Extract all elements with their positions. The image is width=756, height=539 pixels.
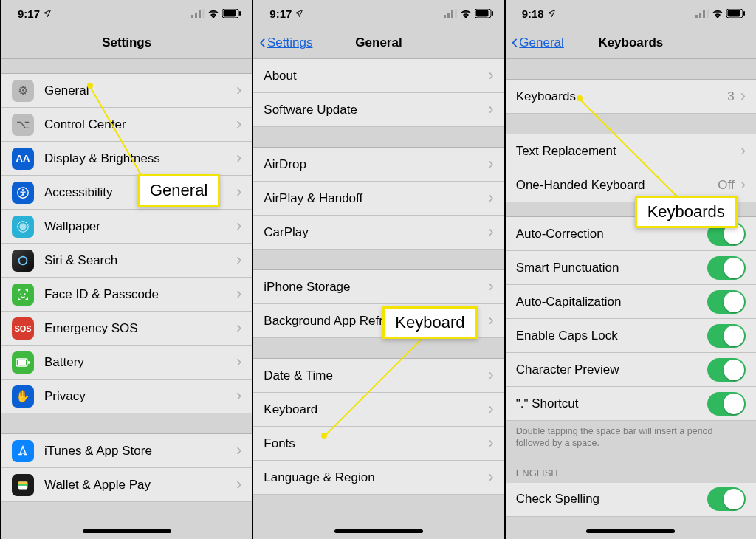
row-fonts[interactable]: Fonts › [253, 427, 504, 461]
svg-rect-16 [28, 361, 30, 364]
faceid-icon [12, 284, 34, 306]
chevron-right-icon: › [236, 441, 241, 460]
svg-rect-29 [703, 10, 705, 18]
svg-rect-1 [195, 13, 197, 18]
svg-rect-23 [455, 9, 457, 18]
svg-rect-2 [199, 10, 201, 18]
status-time: 9:17 [269, 7, 303, 20]
row-general[interactable]: ⚙ General › [1, 74, 252, 108]
row-sos[interactable]: SOS Emergency SOS › [1, 312, 252, 346]
svg-rect-28 [699, 13, 701, 18]
row-about[interactable]: About › [253, 59, 504, 93]
svg-point-11 [19, 256, 27, 264]
chevron-right-icon: › [236, 250, 241, 270]
panel-keyboards: 9:18 ‹ General Keyboards Keyboards 3 › T… [504, 0, 756, 539]
svg-rect-3 [202, 9, 205, 18]
row-keyboards[interactable]: Keyboards 3 › [506, 80, 756, 114]
status-time: 9:18 [522, 7, 556, 20]
row-check-spelling[interactable]: Check Spelling [506, 483, 756, 517]
svg-rect-25 [475, 10, 488, 17]
row-wallet[interactable]: Wallet & Apple Pay › [1, 468, 252, 502]
toggle-char-preview[interactable] [707, 358, 746, 382]
chevron-right-icon: › [488, 100, 493, 119]
chevron-right-icon: › [488, 467, 493, 487]
svg-rect-32 [727, 10, 740, 17]
location-icon [547, 9, 556, 18]
section-english: ENGLISH [506, 457, 756, 483]
row-software-update[interactable]: Software Update › [253, 93, 504, 127]
chevron-right-icon: › [236, 80, 241, 100]
callout-label: Keyboard [382, 306, 477, 339]
row-display[interactable]: AA Display & Brightness › [1, 142, 252, 176]
svg-rect-20 [444, 15, 446, 18]
row-caps-lock[interactable]: Enable Caps Lock [506, 319, 756, 353]
status-bar: 9:17 [253, 0, 504, 27]
toggle-caps-lock[interactable] [707, 324, 746, 348]
row-privacy[interactable]: ✋ Privacy › [1, 380, 252, 413]
appstore-icon [12, 440, 34, 462]
title-bar: Settings [1, 27, 252, 59]
svg-rect-21 [447, 13, 450, 18]
toggle-auto-capitalization[interactable] [707, 290, 746, 314]
row-control-center[interactable]: ⌥ Control Center › [1, 108, 252, 142]
toggle-check-spelling[interactable] [707, 487, 746, 511]
battery-icon [12, 351, 34, 374]
row-datetime[interactable]: Date & Time › [253, 359, 504, 393]
svg-rect-22 [451, 10, 453, 18]
signal-icon [695, 9, 709, 18]
panel-settings: 9:17 Settings ⚙ General › ⌥ Control Cent… [0, 0, 252, 539]
chevron-right-icon: › [488, 154, 493, 174]
row-airdrop[interactable]: AirDrop › [253, 148, 504, 182]
svg-rect-6 [239, 11, 241, 16]
chevron-right-icon: › [488, 66, 493, 85]
chevron-left-icon: ‹ [259, 32, 266, 51]
home-indicator[interactable] [83, 529, 171, 533]
row-keyboard[interactable]: Keyboard › [253, 393, 504, 427]
svg-rect-0 [191, 15, 193, 18]
home-indicator[interactable] [334, 529, 423, 533]
row-period-shortcut[interactable]: "." Shortcut [506, 387, 756, 421]
wallpaper-icon [12, 216, 34, 238]
home-indicator[interactable] [586, 529, 675, 533]
chevron-right-icon: › [488, 365, 493, 385]
siri-icon [12, 250, 34, 272]
row-smart-punctuation[interactable]: Smart Punctuation [506, 251, 756, 285]
chevron-right-icon: › [236, 148, 241, 168]
svg-point-8 [22, 189, 24, 191]
svg-rect-18 [18, 481, 28, 484]
row-wallpaper[interactable]: Wallpaper › [1, 210, 252, 244]
general-list: About › Software Update › AirDrop › AirP… [253, 59, 504, 495]
row-carplay[interactable]: CarPlay › [253, 216, 504, 250]
chevron-right-icon: › [488, 188, 493, 207]
page-title: General [355, 35, 402, 50]
row-storage[interactable]: iPhone Storage › [253, 270, 504, 304]
row-faceid[interactable]: Face ID & Passcode › [1, 278, 252, 312]
chevron-right-icon: › [740, 86, 746, 106]
row-char-preview[interactable]: Character Preview [506, 353, 756, 387]
callout-label: Keyboards [635, 196, 738, 228]
chevron-right-icon: › [236, 318, 241, 337]
wallet-icon [12, 474, 34, 496]
toggle-smart-punctuation[interactable] [707, 256, 746, 280]
chevron-right-icon: › [236, 182, 241, 202]
row-auto-capitalization[interactable]: Auto-Capitalization [506, 285, 756, 319]
row-battery[interactable]: Battery › [1, 346, 252, 380]
svg-point-9 [20, 223, 27, 230]
back-button[interactable]: ‹ General [512, 27, 564, 58]
battery-icon [475, 9, 494, 18]
signal-icon [191, 9, 205, 18]
battery-icon [726, 9, 746, 18]
signal-icon [444, 9, 457, 18]
callout-label: General [137, 174, 220, 207]
row-siri[interactable]: Siri & Search › [1, 244, 252, 278]
row-airplay[interactable]: AirPlay & Handoff › [253, 182, 504, 216]
chevron-right-icon: › [236, 284, 241, 303]
row-language[interactable]: Language & Region › [253, 461, 504, 495]
toggle-period-shortcut[interactable] [707, 392, 746, 416]
svg-rect-30 [707, 9, 709, 18]
chevron-right-icon: › [740, 175, 746, 194]
chevron-left-icon: ‹ [512, 32, 518, 51]
status-time: 9:17 [18, 7, 52, 20]
row-itunes[interactable]: iTunes & App Store › [1, 434, 252, 468]
back-button[interactable]: ‹ Settings [259, 27, 312, 58]
